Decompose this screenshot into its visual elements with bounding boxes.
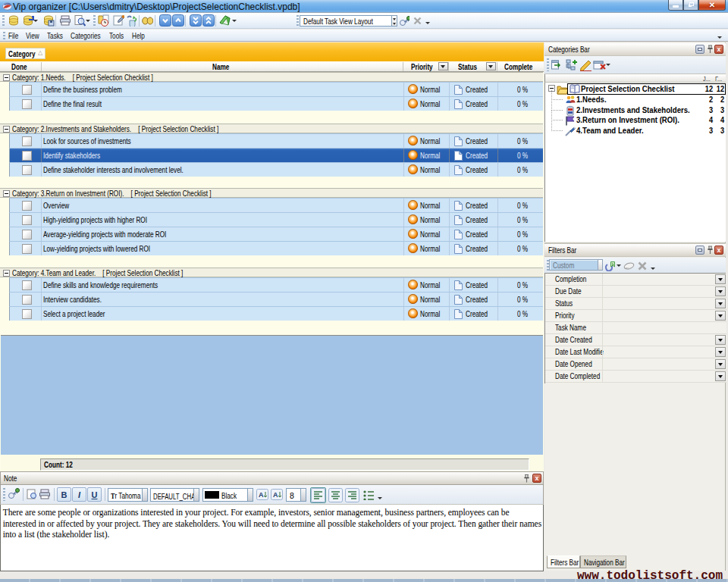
svg-text:A: A (259, 491, 264, 499)
svg-text:A: A (273, 491, 278, 499)
